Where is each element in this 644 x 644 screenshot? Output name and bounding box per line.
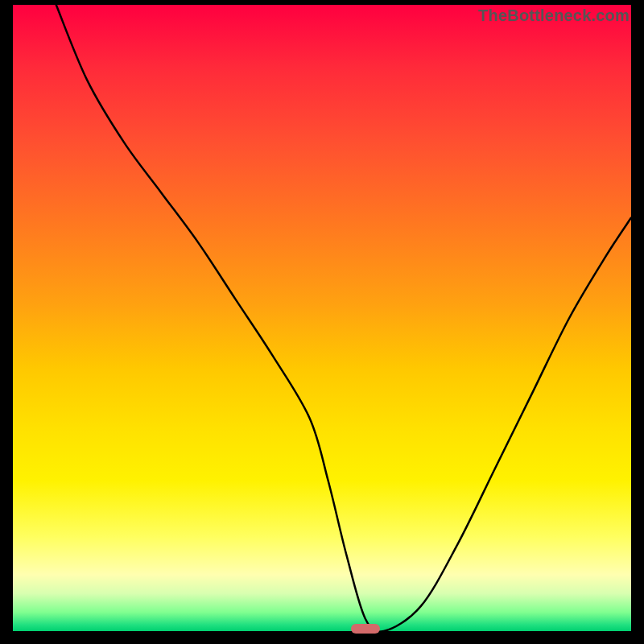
- bottleneck-curve: [13, 5, 631, 631]
- curve-path: [56, 5, 631, 632]
- bottleneck-marker: [351, 624, 380, 634]
- watermark-text: TheBottleneck.com: [478, 6, 630, 25]
